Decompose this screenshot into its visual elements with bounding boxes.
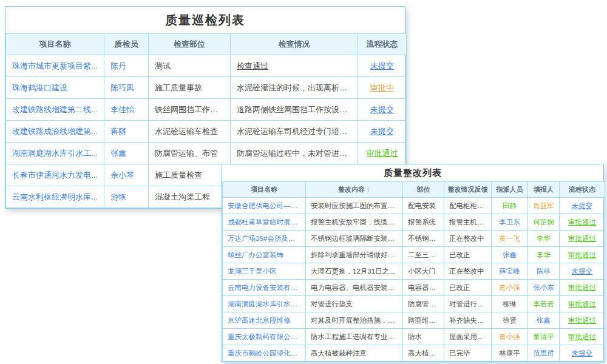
part-cell: 不锈钢安装... xyxy=(403,231,444,247)
rectify-content-cell: 对管进行垫支 xyxy=(306,296,403,312)
project-name-link[interactable]: 改建铁路线增建第二线... xyxy=(6,99,104,121)
status-link[interactable]: 审批中 xyxy=(358,77,407,99)
inspector-link[interactable]: 李佳怡 xyxy=(104,99,149,121)
inspector-link[interactable]: 蒋丽 xyxy=(104,121,149,143)
part-cell: 防水 xyxy=(403,329,444,345)
project-name-link[interactable]: 长春市伊通河水力发电... xyxy=(6,164,104,186)
check-part-cell: 施工质量事故 xyxy=(149,77,231,99)
inspector-link[interactable]: 余小琴 xyxy=(104,164,149,186)
inspector-link[interactable]: 陈丹 xyxy=(104,55,149,77)
assignee-link[interactable]: 徐贤 xyxy=(492,312,528,329)
project-name-link[interactable]: 安徽合肥供电公司—配电设备... xyxy=(223,198,306,214)
feedback-cell: 补齐缺失标志... xyxy=(444,312,492,329)
check-part-cell: 铁丝网围挡工作检查 xyxy=(149,99,231,121)
table-row: 珠海鹤港口建设陈巧凤施工质量事故水泥砼灌注的时候，出现离析现象审批中 xyxy=(6,77,407,99)
feedback-cell: 屋面采用聚氨... xyxy=(444,329,492,345)
rectify-content-cell: 电力电容器、电机器安装方案,... xyxy=(306,280,403,296)
assignee-link[interactable]: 黄一飞 xyxy=(492,231,528,247)
reporter-link[interactable]: 肖亚军 xyxy=(528,198,560,214)
status-link[interactable]: 审批通过 xyxy=(358,143,407,164)
table-row: 改建铁路成渝线增建第...蒋丽水泥砼运输车检查水泥砼运输车司机经过专门培训...… xyxy=(6,121,407,143)
column-header: 指派人员 xyxy=(492,182,528,198)
check-situation-cell: 防腐管运输过程中，未对管进行... xyxy=(231,143,358,164)
check-part-cell: 测试 xyxy=(149,55,231,77)
part-cell: 二至三楼混... xyxy=(403,247,444,263)
reporter-link[interactable]: 何芷娴 xyxy=(528,214,560,231)
reporter-link[interactable]: 李若若 xyxy=(528,296,560,312)
feedback-cell: 正在整改中 xyxy=(444,231,492,247)
project-name-link[interactable]: 龙湖三千里小区 xyxy=(223,263,306,280)
rectify-content-cell: 报警主机安放牢固，线缆连接... xyxy=(306,214,403,231)
reporter-link[interactable]: 范思哲 xyxy=(528,345,560,362)
project-name-link[interactable]: 万达广场35#会所及咖啡厅空... xyxy=(223,231,306,247)
status-link[interactable]: 未提交 xyxy=(560,198,605,214)
status-link[interactable]: 未提交 xyxy=(560,263,605,280)
reporter-link[interactable]: 李华 xyxy=(528,247,560,263)
reporter-link[interactable]: 董清平 xyxy=(528,329,560,345)
project-name-link[interactable]: 螺丝厂办公室装饰 xyxy=(223,247,306,263)
status-link[interactable]: 未提交 xyxy=(560,345,605,362)
part-cell: 报警系统 xyxy=(403,214,444,231)
part-cell: 防腐管运输... xyxy=(403,296,444,312)
status-link[interactable]: 未提交 xyxy=(358,121,407,143)
feedback-cell: 已改正 xyxy=(444,247,492,263)
assignee-link[interactable]: 林康平 xyxy=(492,345,528,362)
check-part-cell: 混凝土沟渠工程 xyxy=(149,186,231,208)
status-link[interactable]: 审批通过 xyxy=(560,231,605,247)
reporter-link[interactable]: 李华 xyxy=(528,231,560,247)
project-name-link[interactable]: 湖南洞庭湖水库引水工... xyxy=(6,143,104,164)
status-link[interactable]: 审批通过 xyxy=(560,280,605,296)
project-name-link[interactable]: 珠海鹤港口建设 xyxy=(6,77,104,99)
part-cell: 小区大门 xyxy=(403,263,444,280)
status-link[interactable]: 审批通过 xyxy=(560,329,605,345)
inspector-link[interactable]: 张鑫 xyxy=(104,143,149,164)
project-name-link[interactable]: 湖南洞庭湖水库引水工程施工标 xyxy=(223,296,306,312)
project-name-link[interactable]: 重庆太极制药有限公司亳州中... xyxy=(223,329,306,345)
reporter-link[interactable]: 张鑫 xyxy=(528,312,560,329)
status-link[interactable]: 审批通过 xyxy=(560,214,605,231)
assignee-link[interactable]: 黄小强 xyxy=(492,280,528,296)
assignee-link[interactable]: 黄小强 xyxy=(492,329,528,345)
sort-icon[interactable]: ▲▼ xyxy=(367,187,370,193)
column-header-label: 部位 xyxy=(417,186,430,193)
rectify-content-cell: 大理石更换，12月31日之... xyxy=(306,263,403,280)
column-header: 质检员 xyxy=(104,34,149,55)
status-link[interactable]: 审批通过 xyxy=(560,296,605,312)
reporter-link[interactable]: 张小东 xyxy=(528,280,560,296)
column-header: 填报人 xyxy=(528,182,560,198)
project-name-link[interactable]: 改建铁路成渝线增建第... xyxy=(6,121,104,143)
assignee-link[interactable]: 薛宝峰 xyxy=(492,263,528,280)
project-name-link[interactable]: 云南电力设备安装有限公司20... xyxy=(223,280,306,296)
sort-desc-icon: ▼ xyxy=(367,190,370,193)
table-row: 京沪高速北京段维修对其及时开展整治措施，桥头...路面维修检...补齐缺失标志.… xyxy=(223,312,605,329)
check-situation-cell: 检查通过 xyxy=(231,55,358,77)
table-row: 安徽合肥供电公司—配电设备...安装时应按施工图的布置，将...配电安装配电柜柜… xyxy=(223,198,605,214)
inspector-link[interactable]: 游恢 xyxy=(104,186,149,208)
assignee-link[interactable]: 柳琳 xyxy=(492,296,528,312)
column-header[interactable]: 整改内容▲▼ xyxy=(306,182,403,198)
status-link[interactable]: 未提交 xyxy=(358,99,407,121)
rectify-content-cell: 拆除到承重墙部分请做好加固... xyxy=(306,247,403,263)
rectify-content-cell: 安装时应按施工图的布置，将... xyxy=(306,198,403,214)
project-name-link[interactable]: 成都杜甫草堂临时展厅独立展... xyxy=(223,214,306,231)
inspector-link[interactable]: 陈巧凤 xyxy=(104,77,149,99)
assignee-link[interactable]: 张鑫 xyxy=(492,247,528,263)
project-name-link[interactable]: 云南水利枢纽潜明水库... xyxy=(6,186,104,208)
project-name-link[interactable]: 京沪高速北京段维修 xyxy=(223,312,306,329)
status-link[interactable]: 审批通过 xyxy=(560,312,605,329)
table-row: 珠海市城市更新项目紫...陈丹测试检查通过未提交 xyxy=(6,55,407,77)
project-name-link[interactable]: 重庆市鹅岭公园绿化景观提升... xyxy=(223,345,306,362)
rectification-header-row: 项目名称整改内容▲▼部位整改情况反馈指派人员填报人流程状态 xyxy=(223,182,605,198)
table-row: 螺丝厂办公室装饰拆除到承重墙部分请做好加固...二至三楼混...已改正张鑫李华审… xyxy=(223,247,605,263)
part-cell: 配电安装 xyxy=(403,198,444,214)
column-header: 检查部位 xyxy=(149,34,231,55)
status-link[interactable]: 未提交 xyxy=(358,55,407,77)
assignee-link[interactable]: 田静 xyxy=(492,198,528,214)
assignee-link[interactable]: 李卫东 xyxy=(492,214,528,231)
column-header-label: 指派人员 xyxy=(497,186,523,193)
status-link[interactable]: 审批通过 xyxy=(560,247,605,263)
project-name-link[interactable]: 珠海市城市更新项目紫... xyxy=(6,55,104,77)
reporter-link[interactable]: 陈菲 xyxy=(528,263,560,280)
check-part-cell: 水泥砼运输车检查 xyxy=(149,121,231,143)
check-situation-cell: 水泥砼灌注的时候，出现离析现象 xyxy=(231,77,358,99)
